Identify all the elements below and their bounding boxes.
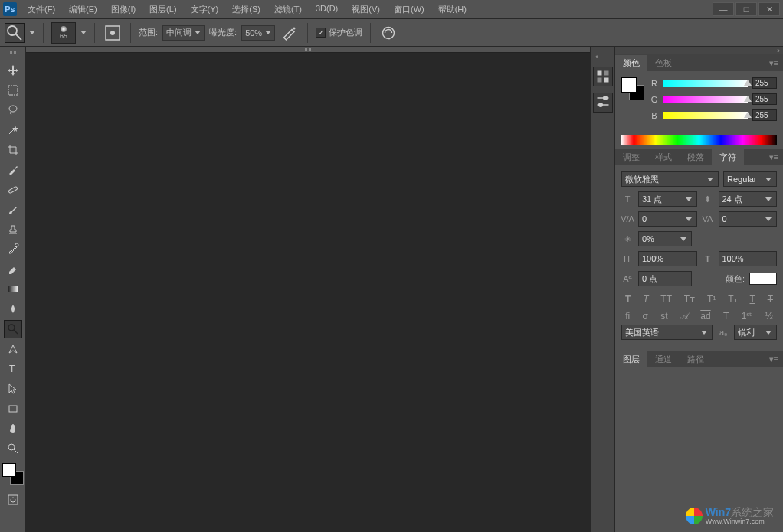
vscale-field[interactable]: 100% <box>638 251 697 266</box>
menu-3d[interactable]: 3D(D) <box>310 2 344 18</box>
foreground-color-swatch[interactable] <box>2 463 16 477</box>
menu-layer[interactable]: 图层(L) <box>143 2 182 18</box>
subscript-button[interactable]: T₁ <box>728 294 737 305</box>
kerning-field[interactable]: 0 <box>638 211 697 227</box>
b-slider[interactable] <box>663 112 748 119</box>
current-tool-indicator[interactable] <box>5 23 25 43</box>
type-tool[interactable]: T <box>4 360 22 378</box>
tab-paths[interactable]: 路径 <box>680 351 712 367</box>
font-size-field[interactable]: 31 点 <box>638 191 697 207</box>
font-family-dropdown[interactable]: 微软雅黑 <box>621 171 719 187</box>
tab-color[interactable]: 颜色 <box>615 55 647 71</box>
eyedropper-tool[interactable] <box>4 161 22 179</box>
path-select-tool[interactable] <box>4 380 22 398</box>
brush-panel-toggle[interactable] <box>103 23 123 43</box>
contextual-button[interactable]: σ <box>643 311 648 321</box>
range-dropdown[interactable]: 中间调 <box>162 25 205 41</box>
menu-view[interactable]: 视图(V) <box>346 2 386 18</box>
minimize-button[interactable]: — <box>713 2 734 16</box>
healing-tool[interactable] <box>4 181 22 199</box>
r-slider[interactable] <box>663 80 748 87</box>
menu-select[interactable]: 选择(S) <box>226 2 267 18</box>
canvas-area[interactable] <box>26 47 590 532</box>
scale-field[interactable]: 0% <box>638 231 692 246</box>
tab-character[interactable]: 字符 <box>712 149 744 165</box>
wand-tool[interactable] <box>4 121 22 139</box>
strikethrough-button[interactable]: T <box>768 294 773 305</box>
crop-tool[interactable] <box>4 141 22 159</box>
mini-color-swatches[interactable] <box>621 77 644 100</box>
menu-image[interactable]: 图像(I) <box>105 2 142 18</box>
menu-type[interactable]: 文字(Y) <box>185 2 225 18</box>
properties-panel-button[interactable] <box>593 93 613 113</box>
document-tab-grip[interactable] <box>26 47 590 53</box>
allcaps-button[interactable]: TT <box>660 294 672 305</box>
leading-field[interactable]: 24 点 <box>719 191 778 207</box>
ligatures-button[interactable]: fi <box>625 311 630 321</box>
text-color-chip[interactable] <box>749 273 777 285</box>
hscale-field[interactable]: 100% <box>719 251 778 266</box>
hand-tool[interactable] <box>4 419 22 438</box>
halfwidths-button[interactable]: ½ <box>765 311 773 321</box>
brush-preset-picker[interactable]: 65 <box>51 22 76 44</box>
faux-italic-button[interactable]: T <box>643 294 648 305</box>
antialias-dropdown[interactable]: 锐利 <box>734 325 777 340</box>
color-spectrum[interactable] <box>621 135 777 145</box>
history-panel-button[interactable] <box>593 67 613 86</box>
char-panel-menu[interactable]: ▾≡ <box>765 149 783 165</box>
lasso-tool[interactable] <box>4 101 22 119</box>
expand-strip-arrow[interactable]: ‹‹ <box>595 53 597 60</box>
move-tool[interactable] <box>4 61 22 80</box>
smallcaps-button[interactable]: Tᴛ <box>684 294 695 305</box>
tracking-field[interactable]: 0 <box>719 211 778 227</box>
language-dropdown[interactable]: 美国英语 <box>621 325 713 340</box>
airbrush-toggle[interactable] <box>280 23 300 43</box>
b-value[interactable]: 255 <box>752 109 777 121</box>
swash-button[interactable]: 𝒜 <box>680 311 688 321</box>
superscript-button[interactable]: T¹ <box>707 294 716 305</box>
panels-collapse-bar[interactable]: ›› <box>615 47 783 54</box>
fractions-button[interactable]: 1ˢᵗ <box>742 311 753 321</box>
stylistic-button[interactable]: st <box>660 311 667 321</box>
g-slider[interactable] <box>663 96 748 103</box>
baseline-field[interactable]: 0 点 <box>638 271 692 286</box>
titling-button[interactable]: ad <box>700 311 710 321</box>
maximize-button[interactable]: □ <box>735 2 757 16</box>
history-brush-tool[interactable] <box>4 240 22 259</box>
gradient-tool[interactable] <box>4 280 22 299</box>
stamp-tool[interactable] <box>4 220 22 239</box>
color-panel-menu[interactable]: ▾≡ <box>765 55 783 71</box>
close-button[interactable]: ✕ <box>758 2 780 16</box>
color-swatches[interactable] <box>2 463 24 485</box>
exposure-field[interactable]: 50% <box>241 25 275 41</box>
faux-bold-button[interactable]: T <box>625 294 631 305</box>
underline-button[interactable]: T <box>749 294 755 305</box>
font-style-dropdown[interactable]: Regular <box>723 171 777 187</box>
brush-preset-arrow[interactable] <box>80 31 87 34</box>
toolbox-grip[interactable] <box>2 51 25 57</box>
ordinals-button[interactable]: T <box>723 311 729 321</box>
tool-preset-arrow[interactable] <box>29 31 35 34</box>
tab-paragraph[interactable]: 段落 <box>680 149 712 165</box>
shape-tool[interactable] <box>4 400 22 418</box>
brush-tool[interactable] <box>4 201 22 219</box>
tab-layers[interactable]: 图层 <box>615 351 647 367</box>
menu-window[interactable]: 窗口(W) <box>388 2 431 18</box>
blur-tool[interactable] <box>4 300 22 318</box>
layers-panel-menu[interactable]: ▾≡ <box>765 351 783 367</box>
pen-tool[interactable] <box>4 340 22 358</box>
zoom-tool[interactable] <box>4 439 22 458</box>
menu-file[interactable]: 文件(F) <box>21 2 61 18</box>
protect-tones-checkbox[interactable] <box>316 28 326 38</box>
tab-styles[interactable]: 样式 <box>647 149 680 165</box>
quickmask-toggle[interactable] <box>4 491 22 509</box>
r-value[interactable]: 255 <box>752 77 777 89</box>
mini-fg-swatch[interactable] <box>621 77 637 93</box>
menu-help[interactable]: 帮助(H) <box>432 2 473 18</box>
menu-filter[interactable]: 滤镜(T) <box>268 2 308 18</box>
dodge-tool[interactable] <box>4 320 22 338</box>
protect-tones-option[interactable]: 保护色调 <box>316 27 362 38</box>
eraser-tool[interactable] <box>4 260 22 279</box>
tab-swatches[interactable]: 色板 <box>647 55 680 71</box>
marquee-tool[interactable] <box>4 81 22 100</box>
